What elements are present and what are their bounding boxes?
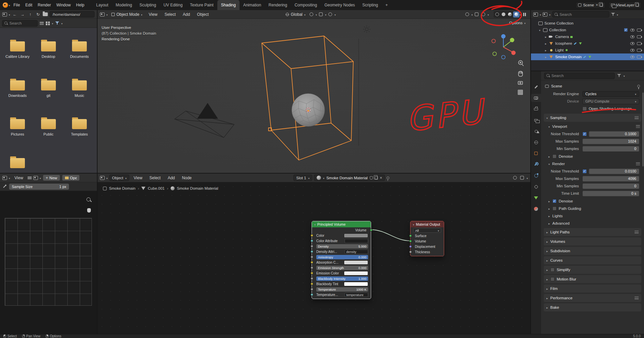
- tab-shading[interactable]: Shading: [217, 0, 240, 10]
- panel-bake[interactable]: Bake: [544, 303, 641, 311]
- path-field[interactable]: /home/damiano/: [49, 11, 95, 17]
- socket-blackbody-intensity[interactable]: [311, 277, 313, 280]
- node-header[interactable]: Material Output: [410, 221, 444, 227]
- node-input-thickness[interactable]: Thickness: [410, 249, 444, 255]
- panel-lights[interactable]: Lights: [547, 212, 641, 219]
- panel-curves[interactable]: Curves: [544, 256, 641, 264]
- emission-strength-slider[interactable]: Emission Strength 0.000: [316, 266, 368, 270]
- pivot-chevron[interactable]: [325, 12, 326, 17]
- tab-object[interactable]: [531, 149, 541, 157]
- wireframe-shading-button[interactable]: [494, 11, 500, 17]
- menu-edit[interactable]: Edit: [23, 2, 35, 8]
- socket-thickness[interactable]: [409, 251, 412, 253]
- hide-eye-icon[interactable]: [630, 29, 635, 32]
- node-row-density[interactable]: Density 5.000: [312, 243, 371, 249]
- filter-settings-chevron[interactable]: [61, 21, 63, 26]
- blender-logo-icon[interactable]: [3, 2, 8, 8]
- panel-motion-blur[interactable]: Motion Blur: [544, 275, 641, 283]
- min-samples-field[interactable]: 0: [582, 146, 639, 152]
- chevron-down-icon[interactable]: [527, 176, 528, 180]
- new-image-button[interactable]: New: [43, 175, 60, 181]
- folder-item[interactable]: Music: [64, 80, 95, 103]
- node-row-color-attribute[interactable]: Color Attribute: [312, 238, 371, 243]
- noise-threshold-field[interactable]: 0.0100: [589, 168, 639, 174]
- max-samples-field[interactable]: 4096: [582, 176, 639, 182]
- node-row-blackbody-intensity[interactable]: Blackbody Intensity 1.000: [312, 276, 371, 281]
- file-search-input[interactable]: [9, 21, 35, 25]
- menu-select[interactable]: Select: [162, 11, 178, 17]
- tab-scripting[interactable]: Scripting: [359, 0, 382, 10]
- hide-eye-icon[interactable]: [630, 35, 635, 38]
- snapping-icon[interactable]: [512, 176, 518, 180]
- node-row-emission-color[interactable]: Emission Color: [312, 270, 371, 276]
- scene-selector[interactable]: Scene: [576, 2, 605, 8]
- tab-uv-editing[interactable]: UV Editing: [160, 0, 186, 10]
- pin-icon[interactable]: [387, 177, 389, 179]
- display-mode-icon[interactable]: [543, 12, 547, 16]
- temperature-attribute-field[interactable]: temperature: [345, 293, 368, 297]
- node-row-blackbody-tint[interactable]: Blackbody Tint: [312, 281, 371, 287]
- blackbody-tint-swatch[interactable]: [344, 282, 368, 286]
- folder-item[interactable]: Desktop: [33, 41, 64, 64]
- noise-threshold-field[interactable]: 0.1000: [589, 131, 639, 137]
- panel-path-guiding[interactable]: Path Guiding: [547, 205, 641, 212]
- socket-volume-in[interactable]: [409, 240, 412, 242]
- node-row-density-attribute[interactable]: Density Attri... density: [312, 249, 371, 254]
- folder-item-partial[interactable]: [2, 158, 33, 173]
- list-view-icon[interactable]: [40, 22, 44, 25]
- panel-subdivision[interactable]: Subdivision: [544, 247, 641, 255]
- proportional-editing-icon[interactable]: [328, 12, 333, 17]
- hamburger-icon[interactable]: [28, 176, 32, 180]
- filter-chevron[interactable]: [617, 12, 618, 17]
- viewlayer-selector[interactable]: ViewLayer: [609, 2, 642, 8]
- copy-material-icon[interactable]: [375, 176, 378, 180]
- node-row-emission-strength[interactable]: Emission Strength 0.000: [312, 265, 371, 270]
- proportional-chevron[interactable]: [334, 12, 336, 17]
- menu-render[interactable]: Render: [35, 2, 53, 8]
- node-canvas[interactable]: Smoke Domain Cube.001 Smoke Domain Mater…: [98, 182, 530, 334]
- node-material-output[interactable]: Material Output All Surface Volume Displ…: [410, 221, 444, 256]
- collection-checkbox[interactable]: [624, 28, 628, 32]
- filter-chevron[interactable]: [623, 73, 625, 78]
- display-settings-chevron[interactable]: [52, 21, 53, 26]
- node-row-absorption-color[interactable]: Absorption C...: [312, 260, 371, 265]
- editor-type-icon[interactable]: [100, 12, 105, 16]
- new-viewlayer-icon[interactable]: [636, 3, 639, 7]
- hide-eye-icon[interactable]: [630, 49, 635, 52]
- device-dropdown[interactable]: GPU Compute: [582, 99, 639, 104]
- blackbody-intensity-slider[interactable]: Blackbody Intensity 1.000: [316, 276, 368, 281]
- shader-type-dropdown[interactable]: Object: [109, 175, 129, 181]
- presets-sliders-icon[interactable]: [635, 230, 639, 234]
- editor-type-icon[interactable]: [2, 12, 7, 16]
- image-browse-icon[interactable]: [33, 176, 38, 180]
- unlink-scene-icon[interactable]: [596, 3, 598, 7]
- outliner-row-camera[interactable]: Camera: [531, 33, 644, 40]
- socket-density[interactable]: [311, 245, 313, 248]
- viewport-denoise-checkbox[interactable]: [552, 154, 557, 158]
- sample-size-field[interactable]: Sample Size 1 px: [9, 184, 69, 190]
- collapse-chevron-icon[interactable]: [314, 222, 316, 226]
- folder-item[interactable]: Pictures: [2, 119, 33, 141]
- panel-volumes[interactable]: Volumes: [544, 237, 641, 246]
- panel-advanced[interactable]: Advanced: [547, 220, 641, 227]
- pivot-point-icon[interactable]: [318, 12, 324, 17]
- tab-view-layer[interactable]: [531, 116, 541, 124]
- time-limit-field[interactable]: 0 s: [582, 191, 639, 196]
- emission-color-swatch[interactable]: [344, 271, 368, 275]
- tab-object-data[interactable]: [531, 194, 541, 202]
- tab-animation[interactable]: Animation: [240, 0, 265, 10]
- node-row-temperature-attribute[interactable]: Temperature... temperature: [312, 292, 371, 297]
- socket-color-attribute[interactable]: [311, 239, 313, 242]
- scrollbar[interactable]: [642, 92, 644, 166]
- material-preview-button[interactable]: [507, 11, 513, 17]
- tab-texture-paint[interactable]: Texture Paint: [186, 0, 217, 10]
- options-dropdown[interactable]: Options: [509, 21, 526, 25]
- folder-item[interactable]: Calibre Library: [2, 41, 33, 64]
- panel-sampling[interactable]: Sampling: [544, 114, 641, 122]
- menu-node[interactable]: Node: [179, 175, 194, 181]
- outliner-search[interactable]: [552, 11, 609, 17]
- render-visibility-icon[interactable]: [637, 29, 641, 32]
- osl-checkbox[interactable]: [582, 107, 587, 111]
- socket-temperature[interactable]: [311, 288, 313, 291]
- overlay-toggle-icon[interactable]: [520, 176, 525, 180]
